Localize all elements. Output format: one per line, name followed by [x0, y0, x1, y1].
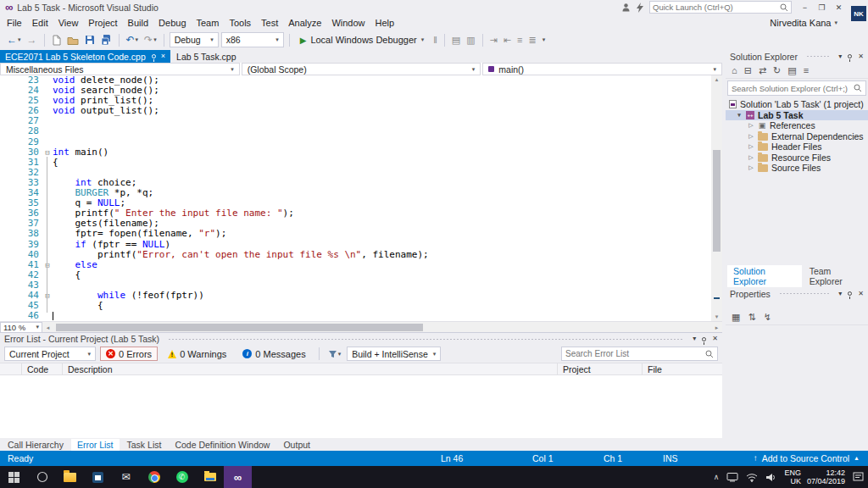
- breakpoint-margin[interactable]: [0, 280, 14, 291]
- show-all-files-icon[interactable]: ▤: [787, 65, 796, 76]
- menu-item-analyze[interactable]: Analyze: [283, 16, 326, 30]
- code-line[interactable]: 28: [0, 126, 711, 136]
- start-debugging-button[interactable]: ▶ Local Windows Debugger ▾: [295, 31, 430, 48]
- visual-studio-taskbar-button[interactable]: ∞: [224, 466, 252, 488]
- pin-icon[interactable]: [848, 54, 852, 58]
- tree-item-solution[interactable]: Solution 'Lab 5 Task' (1 project): [726, 99, 868, 110]
- quick-launch-box[interactable]: [649, 1, 792, 14]
- code-line[interactable]: 30⊟int main(): [0, 147, 711, 158]
- panel-grip[interactable]: [168, 337, 684, 341]
- breakpoint-margin[interactable]: [0, 168, 14, 178]
- indent-icon[interactable]: ⇥: [488, 31, 499, 48]
- start-button[interactable]: [0, 466, 28, 488]
- breakpoint-margin[interactable]: [0, 75, 14, 86]
- comment-icon[interactable]: ≡: [515, 31, 524, 48]
- breakpoint-margin[interactable]: [0, 208, 14, 219]
- document-tab[interactable]: ECE2071 Lab 5 Skeleton Code.cpp×: [0, 50, 170, 63]
- pin-icon[interactable]: [152, 54, 156, 58]
- properties-icon[interactable]: ≡: [804, 65, 809, 75]
- breakpoint-margin[interactable]: [0, 270, 14, 280]
- wifi-icon[interactable]: [746, 473, 758, 482]
- warnings-filter-button[interactable]: 0 Warnings: [162, 347, 232, 361]
- sync-with-active-document-icon[interactable]: ⇄: [759, 65, 766, 76]
- breakpoint-margin[interactable]: [0, 137, 14, 147]
- attach-to-process-icon[interactable]: ‖: [431, 31, 439, 48]
- breakpoint-margin[interactable]: [0, 188, 14, 198]
- tree-item-project[interactable]: ▾ ++ Lab 5 Task: [726, 110, 868, 121]
- new-file-button[interactable]: [50, 31, 63, 48]
- parameter-info-icon[interactable]: ▥: [465, 31, 476, 48]
- files-app-button[interactable]: [196, 466, 224, 488]
- navigate-forward-button[interactable]: →: [25, 31, 39, 48]
- action-center-icon[interactable]: [853, 472, 864, 482]
- zoom-dropdown[interactable]: 110 % ▾: [0, 322, 42, 333]
- add-to-source-control-button[interactable]: ↑ Add to Source Control ▲: [754, 451, 860, 466]
- breakpoint-margin[interactable]: [0, 178, 14, 188]
- status-line-number[interactable]: Ln 46: [441, 451, 463, 466]
- menu-item-project[interactable]: Project: [83, 16, 122, 30]
- code-line[interactable]: 41⊟ else: [0, 260, 711, 270]
- breakpoint-margin[interactable]: [0, 250, 14, 260]
- outdent-icon[interactable]: ⇤: [502, 31, 513, 48]
- member-list-icon[interactable]: ▤: [450, 31, 462, 48]
- member-dropdown[interactable]: main() ▾: [482, 63, 722, 75]
- menu-item-help[interactable]: Help: [370, 16, 400, 30]
- editor-horizontal-scrollbar[interactable]: ◂ ▸: [42, 322, 722, 333]
- scrollbar-thumb[interactable]: [713, 150, 721, 252]
- breakpoint-margin[interactable]: [0, 126, 14, 136]
- panel-tab-output[interactable]: Output: [277, 439, 316, 451]
- breakpoint-margin[interactable]: [0, 158, 14, 168]
- panel-grip[interactable]: [806, 54, 830, 58]
- breakpoint-margin[interactable]: [0, 147, 14, 158]
- solution-platform-dropdown[interactable]: x86▾: [221, 32, 284, 47]
- breakpoint-margin[interactable]: [0, 240, 14, 250]
- panel-tab-task-list[interactable]: Task List: [121, 439, 168, 451]
- breakpoint-margin[interactable]: [0, 229, 14, 239]
- alphabetical-sort-icon[interactable]: ⇅: [748, 312, 755, 323]
- code-line[interactable]: 27: [0, 116, 711, 126]
- menu-item-edit[interactable]: Edit: [27, 16, 53, 30]
- navigate-back-button[interactable]: ←▾: [5, 31, 23, 48]
- uncomment-icon[interactable]: ≣: [526, 31, 537, 48]
- minimize-button[interactable]: −: [798, 2, 812, 14]
- column-header-description[interactable]: Description: [63, 363, 558, 374]
- error-scope-dropdown[interactable]: Current Project ▾: [4, 347, 96, 361]
- categorized-icon[interactable]: ▦: [732, 312, 740, 323]
- code-line[interactable]: 46: [0, 311, 711, 321]
- breakpoint-margin[interactable]: [0, 96, 14, 106]
- solution-explorer-search-box[interactable]: [727, 80, 866, 96]
- tree-item-resource-files[interactable]: ▷Resource Files: [726, 152, 868, 164]
- menu-item-window[interactable]: Window: [326, 16, 370, 30]
- pin-icon[interactable]: [848, 291, 852, 296]
- collapse-all-icon[interactable]: ⊟: [744, 65, 752, 76]
- scrollbar-thumb[interactable]: [56, 324, 423, 331]
- microsoft-store-button[interactable]: [84, 466, 112, 488]
- menu-item-build[interactable]: Build: [123, 16, 153, 30]
- breakpoint-margin[interactable]: [0, 116, 14, 126]
- maximize-button[interactable]: ❐: [815, 2, 829, 14]
- save-all-button[interactable]: [99, 31, 114, 48]
- column-header-project[interactable]: Project: [558, 363, 643, 374]
- user-avatar-badge[interactable]: NK: [851, 6, 866, 21]
- whatsapp-button[interactable]: ✆: [168, 466, 196, 488]
- events-icon[interactable]: ↯: [764, 312, 771, 323]
- fold-collapse-icon[interactable]: ⊟: [42, 291, 53, 301]
- code-line[interactable]: 31{: [0, 158, 711, 168]
- messages-filter-button[interactable]: i 0 Messages: [236, 347, 311, 361]
- panel-tab-code-definition-window[interactable]: Code Definition Window: [169, 439, 275, 451]
- language-indicator[interactable]: ENG UK: [784, 469, 801, 485]
- file-explorer-button[interactable]: [56, 466, 84, 488]
- toolbar-overflow-icon[interactable]: ▾: [541, 31, 548, 48]
- fold-collapse-icon[interactable]: ⊟: [42, 147, 53, 158]
- tree-item-references[interactable]: ▷▣References: [726, 120, 868, 131]
- close-icon[interactable]: ✕: [858, 53, 864, 61]
- fold-collapse-icon[interactable]: ⊟: [42, 260, 53, 270]
- code-line[interactable]: 40 printf("Error, can't open the input f…: [0, 250, 711, 260]
- solution-configuration-dropdown[interactable]: Debug▾: [170, 32, 219, 47]
- scroll-up-icon[interactable]: ▴: [711, 76, 722, 83]
- close-icon[interactable]: ✕: [712, 335, 718, 343]
- menu-item-debug[interactable]: Debug: [153, 16, 191, 30]
- code-line[interactable]: 44⊟ while (!feof(fptr)): [0, 291, 711, 301]
- document-tab[interactable]: Lab 5 Task.cpp: [171, 50, 241, 63]
- refresh-icon[interactable]: ↻: [773, 65, 781, 76]
